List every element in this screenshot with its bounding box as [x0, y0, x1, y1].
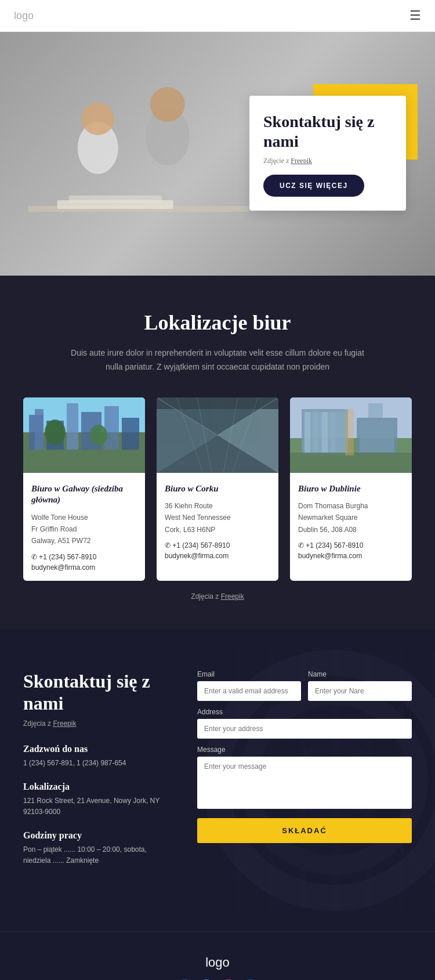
form-group-message: Message [197, 746, 412, 809]
office-card-cork: Biuro w Corku 36 Kiehn RouteWest Ned Ten… [157, 397, 278, 581]
svg-rect-14 [104, 406, 119, 450]
footer: logo f t ◉ in Sample text. Click to sele… [0, 931, 435, 980]
svg-rect-15 [122, 418, 139, 450]
svg-point-16 [45, 420, 66, 445]
form-row-email-name: Email Name [197, 670, 412, 701]
contact-title: Skontaktuj się z nami [23, 670, 174, 715]
hero-photo-credit: Zdjęcie z Freepik [263, 157, 392, 165]
contact-location-block: Lokalizacja 121 Rock Street, 21 Avenue, … [23, 782, 174, 818]
galway-address: Wolfe Tone HouseFr Griffin RoadGalway, A… [31, 512, 137, 547]
form-group-address: Address [197, 708, 412, 739]
email-label: Email [197, 670, 301, 678]
svg-rect-37 [322, 412, 328, 453]
svg-point-4 [150, 87, 185, 122]
contact-left-panel: Skontaktuj się z nami Zdjęcia z Freepik … [23, 670, 174, 880]
contact-photo-credit: Zdjęcia z Freepik [23, 719, 174, 728]
hamburger-menu-icon[interactable]: ☰ [409, 8, 421, 23]
dublin-address: Dom Thomasa BurghaNewmarket SquareDublin… [298, 500, 404, 536]
message-label: Message [197, 746, 412, 754]
contact-hours-block: Godziny pracy Pon – piątek ...... 10:00 … [23, 830, 174, 866]
dublin-email: budynek@firma.com [298, 552, 404, 560]
form-row-message: Message [197, 746, 412, 809]
logo: logo [14, 10, 34, 22]
submit-button[interactable]: SKŁADAĆ [197, 818, 412, 843]
contact-form-panel: Email Name Address Message [197, 670, 412, 843]
contact-call-block: Zadzwoń do nas 1 (234) 567-891, 1 (234) … [23, 744, 174, 769]
offices-grid: Biuro w Galway (siedziba główna) Wolfe T… [23, 397, 412, 581]
svg-rect-56 [432, 650, 435, 911]
footer-logo: logo [23, 955, 412, 970]
call-text: 1 (234) 567-891, 1 (234) 987-654 [23, 758, 174, 769]
email-input[interactable] [197, 681, 301, 701]
svg-point-17 [90, 425, 107, 446]
svg-rect-35 [304, 412, 310, 453]
cork-card-body: Biuro w Corku 36 Kiehn RouteWest Ned Ten… [157, 475, 278, 560]
hero-section: Skontaktuj się z nami Zdjęcie z Freepik … [0, 32, 435, 276]
svg-point-2 [82, 103, 114, 135]
offices-title: Lokalizacje biur [23, 310, 412, 335]
name-input[interactable] [308, 681, 412, 701]
form-group-name: Name [308, 670, 412, 701]
cork-office-name: Biuro w Corku [165, 483, 270, 495]
offices-freepik-link[interactable]: Freepik [221, 592, 244, 601]
svg-rect-43 [345, 409, 354, 455]
freepik-link[interactable]: Freepik [291, 157, 312, 165]
galway-phone: ✆ +1 (234) 567-8910 [31, 553, 137, 561]
svg-rect-38 [331, 412, 335, 453]
cork-address: 36 Kiehn RouteWest Ned TennesseeCork, L6… [165, 500, 270, 536]
galway-image [23, 397, 145, 473]
header: logo ☰ [0, 0, 435, 32]
form-row-address: Address [197, 708, 412, 739]
galway-card-body: Biuro w Galway (siedziba główna) Wolfe T… [23, 475, 145, 572]
learn-more-button[interactable]: UCZ SIĘ WIĘCEJ [263, 175, 364, 197]
svg-rect-40 [360, 421, 394, 453]
dublin-image [290, 397, 412, 473]
svg-rect-10 [35, 409, 44, 450]
galway-email: budynek@firma.com [31, 563, 137, 572]
contact-inner: Skontaktuj się z nami Zdjęcia z Freepik … [23, 670, 412, 880]
offices-section: Lokalizacje biur Duis aute irure dolor i… [0, 276, 435, 630]
location-title: Lokalizacja [23, 782, 174, 792]
office-card-dublin: Biuro w Dublinie Dom Thomasa BurghaNewma… [290, 397, 412, 581]
office-card-galway: Biuro w Galway (siedziba główna) Wolfe T… [23, 397, 145, 581]
galway-office-name: Biuro w Galway (siedziba główna) [31, 483, 137, 506]
form-group-email: Email [197, 670, 301, 701]
name-label: Name [308, 670, 412, 678]
offices-subtitle: Duis aute irure dolor in reprehenderit i… [67, 346, 368, 374]
cork-image [157, 397, 278, 473]
svg-rect-12 [67, 403, 78, 450]
hours-text: Pon – piątek ...... 10:00 – 20:00, sobot… [23, 844, 174, 866]
cork-email: budynek@firma.com [165, 552, 270, 560]
contact-section: Skontaktuj się z nami Zdjęcia z Freepik … [0, 630, 435, 931]
location-text: 121 Rock Street, 21 Avenue, Nowy Jork, N… [23, 795, 174, 818]
dublin-phone: ✆ +1 (234) 567-8910 [298, 541, 404, 549]
hero-title: Skontaktuj się z nami [263, 112, 392, 151]
dublin-office-name: Biuro w Dublinie [298, 483, 404, 495]
svg-rect-6 [69, 196, 162, 202]
svg-rect-36 [313, 412, 318, 453]
svg-rect-42 [290, 453, 412, 473]
cork-phone: ✆ +1 (234) 567-8910 [165, 541, 270, 549]
address-label: Address [197, 708, 412, 716]
hero-card-wrapper: Skontaktuj się z nami Zdjęcie z Freepik … [249, 84, 418, 211]
hours-title: Godziny pracy [23, 830, 174, 841]
call-title: Zadzwoń do nas [23, 744, 174, 754]
dublin-card-body: Biuro w Dublinie Dom Thomasa BurghaNewma… [290, 475, 412, 560]
contact-freepik-link[interactable]: Freepik [53, 719, 76, 728]
hero-card: Skontaktuj się z nami Zdjęcie z Freepik … [249, 96, 406, 211]
hero-people-image [0, 32, 283, 276]
svg-rect-41 [368, 403, 383, 418]
svg-rect-22 [157, 397, 278, 409]
message-textarea[interactable] [197, 757, 412, 809]
offices-photo-credit: Zdjęcia z Freepik [23, 592, 412, 601]
address-input[interactable] [197, 719, 412, 739]
